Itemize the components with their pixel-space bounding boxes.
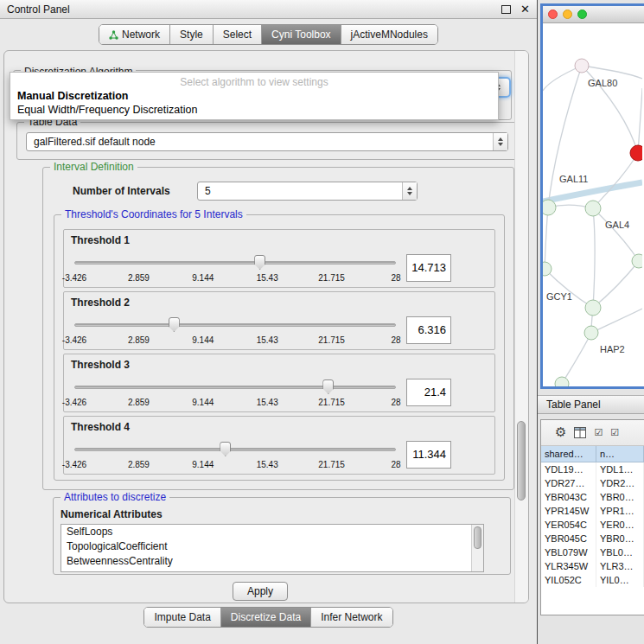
select-column-checkbox-icon[interactable]: ☑ <box>610 428 619 437</box>
table-row[interactable]: YBR043CYBR0… <box>541 490 644 504</box>
table-row[interactable]: YBL079WYBL0… <box>541 545 644 559</box>
tab-network[interactable]: Network <box>99 25 170 44</box>
network-canvas[interactable]: GAL80GAL11GAL4GCY1HAP2 <box>543 23 644 386</box>
bottom-tabs: Impute DataDiscretize DataInfer Network <box>143 607 392 628</box>
table-row[interactable]: YPR145WYPR1… <box>541 504 644 518</box>
attribute-list-item[interactable]: TopologicalCoefficient <box>61 539 483 554</box>
columns-icon[interactable] <box>574 427 586 438</box>
stepper-down-icon <box>498 143 503 146</box>
close-traffic-light-icon[interactable] <box>548 10 558 19</box>
tick-label: 28 <box>391 398 400 407</box>
slider-thumb[interactable] <box>322 379 334 394</box>
table-row[interactable]: YLR345WYLR3… <box>541 559 644 573</box>
slider-thumb[interactable] <box>169 317 180 332</box>
combobox-value: galFiltered.sif default node <box>27 136 493 148</box>
close-icon[interactable]: ✕ <box>520 3 530 15</box>
table-cell: YLR3… <box>596 559 644 573</box>
table-rows: YDL19…YDL1…YDR27…YDR2…YBR043CYBR0…YPR145… <box>541 462 644 587</box>
network-node[interactable] <box>632 254 642 268</box>
slider-track[interactable] <box>74 386 396 389</box>
threshold-value-field[interactable]: 21.4 <box>406 379 451 406</box>
attribute-list-item[interactable]: SelfLoops <box>61 525 483 539</box>
threshold-panel: Threshold 2 -3.4262.8599.14415.4321.7152… <box>63 291 495 350</box>
tick-label: 15.43 <box>257 398 278 407</box>
content-scrollbar[interactable] <box>514 51 528 603</box>
table-panel-title: Table Panel <box>546 399 601 411</box>
slider-track[interactable] <box>74 448 396 451</box>
slider-track[interactable] <box>74 323 396 327</box>
list-scrollbar-thumb[interactable] <box>474 526 481 549</box>
tab-style[interactable]: Style <box>170 25 214 44</box>
network-node[interactable] <box>585 300 601 316</box>
tick-label: 28 <box>391 335 400 345</box>
network-node[interactable] <box>543 200 556 215</box>
network-edge <box>638 88 642 153</box>
panel-title: Control Panel <box>7 3 501 16</box>
slider-thumb[interactable] <box>220 442 231 456</box>
threshold-slider[interactable] <box>74 251 396 268</box>
network-node[interactable] <box>630 145 642 161</box>
network-icon <box>109 30 118 40</box>
table-cell: YER054C <box>541 518 596 532</box>
network-node[interactable] <box>575 59 589 73</box>
gear-icon[interactable]: ⚙ <box>555 426 566 439</box>
tab-select[interactable]: Select <box>214 25 262 44</box>
table-row[interactable]: YDL19…YDL1… <box>541 462 644 476</box>
zoom-traffic-light-icon[interactable] <box>577 10 587 19</box>
network-edge <box>548 66 582 207</box>
tick-label: 2.859 <box>128 398 150 407</box>
threshold-slider[interactable] <box>74 437 396 455</box>
threshold-value-field[interactable]: 14.713 <box>406 254 451 282</box>
popup-option[interactable]: Manual Discretization <box>10 89 498 103</box>
column-header[interactable]: shared… <box>541 446 596 462</box>
tab-infer-network[interactable]: Infer Network <box>311 608 392 627</box>
tick-label: 9.144 <box>192 273 214 283</box>
tab-label: Infer Network <box>321 611 382 623</box>
table-row[interactable]: YIL052CYIL0… <box>541 573 644 587</box>
table-row[interactable]: YBR045CYBR0… <box>541 532 644 545</box>
tab-label: Network <box>122 29 160 41</box>
threshold-slider[interactable] <box>74 375 396 392</box>
apply-button[interactable]: Apply <box>233 582 288 601</box>
slider-scale: -3.4262.8599.14415.4321.71528 <box>74 335 396 346</box>
network-canvas-svg: GAL80GAL11GAL4GCY1HAP2 <box>543 23 642 389</box>
numerical-attributes-list[interactable]: SelfLoopsTopologicalCoefficientBetweenne… <box>61 524 484 572</box>
table-cell: YBR045C <box>541 532 596 545</box>
tab-impute-data[interactable]: Impute Data <box>144 608 220 627</box>
slider-track[interactable] <box>74 261 396 265</box>
interval-definition-group: Interval Definition Number of Intervals … <box>42 167 514 490</box>
tab-discretize-data[interactable]: Discretize Data <box>221 608 311 627</box>
attribute-list-item[interactable]: BetweennessCentrality <box>61 554 483 569</box>
list-scrollbar[interactable] <box>471 525 483 571</box>
table-row[interactable]: YER054CYER0… <box>541 518 644 532</box>
table-data-combobox[interactable]: galFiltered.sif default node <box>26 132 508 151</box>
popup-option[interactable]: Equal Width/Frequency Discretization <box>10 103 498 117</box>
intervals-spinner[interactable]: 5 <box>197 182 418 201</box>
control-panel-titlebar: Control Panel ✕ <box>0 0 537 19</box>
threshold-label: Threshold 1 <box>71 234 130 246</box>
content-scrollbar-thumb[interactable] <box>517 421 526 501</box>
column-header[interactable]: n… <box>596 446 644 462</box>
tab-label: Cyni Toolbox <box>271 29 330 41</box>
network-edge <box>593 261 639 308</box>
tab-label: jActiveMNodules <box>351 29 428 41</box>
select-all-checkbox-icon[interactable]: ☑ <box>594 428 603 437</box>
minimize-traffic-light-icon[interactable] <box>563 10 572 19</box>
right-pane: GAL80GAL11GAL4GCY1HAP2 Table Panel ⚙ ☑ ☑… <box>537 0 644 644</box>
network-edge <box>582 66 642 79</box>
threshold-slider[interactable] <box>74 313 396 330</box>
slider-thumb[interactable] <box>254 255 265 270</box>
network-node[interactable] <box>585 201 601 216</box>
combobox-stepper[interactable] <box>493 133 507 150</box>
spinner-stepper[interactable] <box>402 182 417 200</box>
tick-label: -3.426 <box>62 335 86 345</box>
network-node[interactable] <box>584 326 598 340</box>
threshold-value-field[interactable]: 11.344 <box>406 441 451 469</box>
threshold-value-field[interactable]: 6.316 <box>406 316 451 344</box>
table-row[interactable]: YDR27…YDR2… <box>541 476 644 490</box>
network-node[interactable] <box>555 377 569 389</box>
spinner-value: 5 <box>198 185 402 197</box>
float-window-icon[interactable] <box>501 5 511 14</box>
tab-jactivemnodules[interactable]: jActiveMNodules <box>341 25 437 44</box>
tab-cyni-toolbox[interactable]: Cyni Toolbox <box>262 25 341 44</box>
